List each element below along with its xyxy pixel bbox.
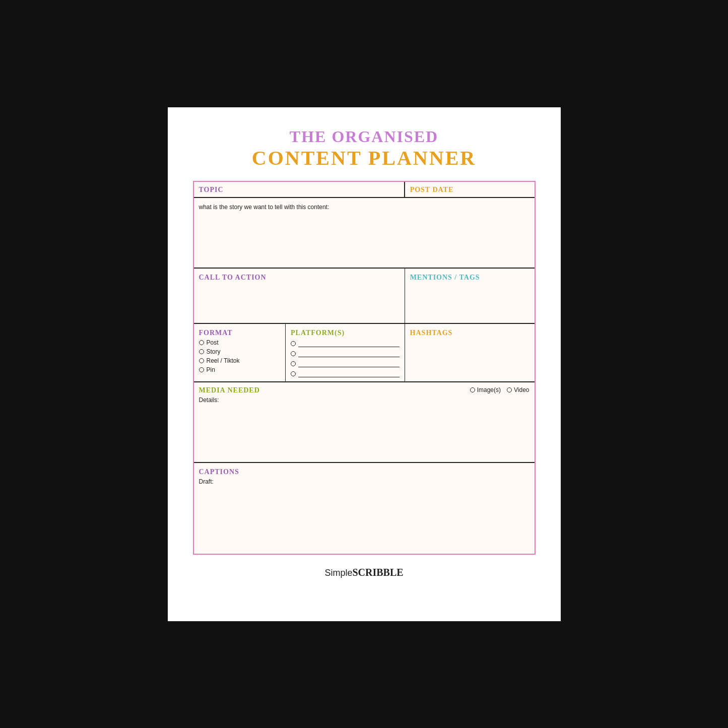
postdate-label: POST DATE	[410, 186, 454, 193]
platforms-cell: Platform(s)	[286, 324, 405, 381]
platform-underline-4	[298, 370, 400, 377]
image-label: Image(s)	[477, 386, 501, 393]
hashtags-label: Hashtags	[410, 329, 453, 337]
format-cell: Format Post Story Reel / Tiktok Pin	[194, 324, 286, 381]
planner-form: TOPIC POST DATE what is the story we wan…	[193, 181, 536, 555]
radio-platform-1	[291, 341, 296, 346]
topic-row: TOPIC POST DATE	[194, 182, 535, 198]
image-option: Image(s)	[470, 386, 501, 393]
draft-label: Draft:	[199, 478, 530, 485]
details-label: Details:	[199, 396, 530, 404]
footer-brand: SimpleSCRIBBLE	[324, 567, 403, 578]
radio-image	[470, 387, 475, 392]
platform-underline-3	[298, 360, 400, 367]
radio-platform-2	[291, 351, 296, 356]
video-label: Video	[514, 386, 529, 393]
format-row: Format Post Story Reel / Tiktok Pin	[194, 324, 535, 382]
radio-platform-4	[291, 371, 296, 376]
media-options: Image(s) Video	[470, 386, 530, 393]
hashtags-cell: Hashtags	[405, 324, 535, 381]
cta-row: Call to action Mentions / Tags	[194, 269, 535, 324]
radio-story	[199, 349, 204, 354]
pin-label: Pin	[207, 366, 215, 373]
reel-label: Reel / Tiktok	[207, 357, 240, 364]
topic-label: TOPIC	[199, 186, 224, 193]
story-label: Story	[207, 348, 221, 355]
media-needed-label: Media Needed	[199, 386, 260, 394]
media-header: Media Needed Image(s) Video	[199, 386, 530, 394]
platform-line-4	[291, 370, 400, 377]
story-row: what is the story we want to tell with t…	[194, 198, 535, 269]
platform-line-2	[291, 350, 400, 357]
platform-underline-1	[298, 340, 400, 347]
mentions-label: Mentions / Tags	[410, 274, 480, 281]
cta-cell: Call to action	[194, 269, 405, 323]
topic-cell: TOPIC	[194, 182, 405, 197]
platform-line-1	[291, 340, 400, 347]
page: THE ORGANISED CONTENT PLANNER TOPIC POST…	[168, 107, 561, 621]
radio-platform-3	[291, 361, 296, 366]
postdate-cell: POST DATE	[405, 182, 535, 197]
format-pin: Pin	[199, 366, 281, 373]
platform-underline-2	[298, 350, 400, 357]
page-title: THE ORGANISED CONTENT PLANNER	[252, 127, 476, 170]
format-story: Story	[199, 348, 281, 355]
radio-reel	[199, 358, 204, 363]
title-line2: CONTENT PLANNER	[252, 146, 476, 170]
radio-pin	[199, 367, 204, 372]
format-label: Format	[199, 329, 233, 337]
format-post: Post	[199, 339, 281, 346]
mentions-cell: Mentions / Tags	[405, 269, 535, 323]
platforms-label: Platform(s)	[291, 329, 345, 337]
simple-text: Simple	[324, 568, 352, 578]
media-row: Media Needed Image(s) Video Details:	[194, 382, 535, 463]
format-reel: Reel / Tiktok	[199, 357, 281, 364]
scribble-text: SCRIBBLE	[352, 567, 403, 578]
captions-label: Captions	[199, 468, 239, 476]
radio-video	[507, 387, 512, 392]
story-prompt: what is the story we want to tell with t…	[199, 204, 329, 211]
video-option: Video	[507, 386, 529, 393]
title-line1: THE ORGANISED	[252, 127, 476, 146]
captions-row: Captions Draft:	[194, 463, 535, 554]
radio-post	[199, 340, 204, 345]
platform-line-3	[291, 360, 400, 367]
cta-label: Call to action	[199, 274, 267, 281]
post-label: Post	[207, 339, 219, 346]
